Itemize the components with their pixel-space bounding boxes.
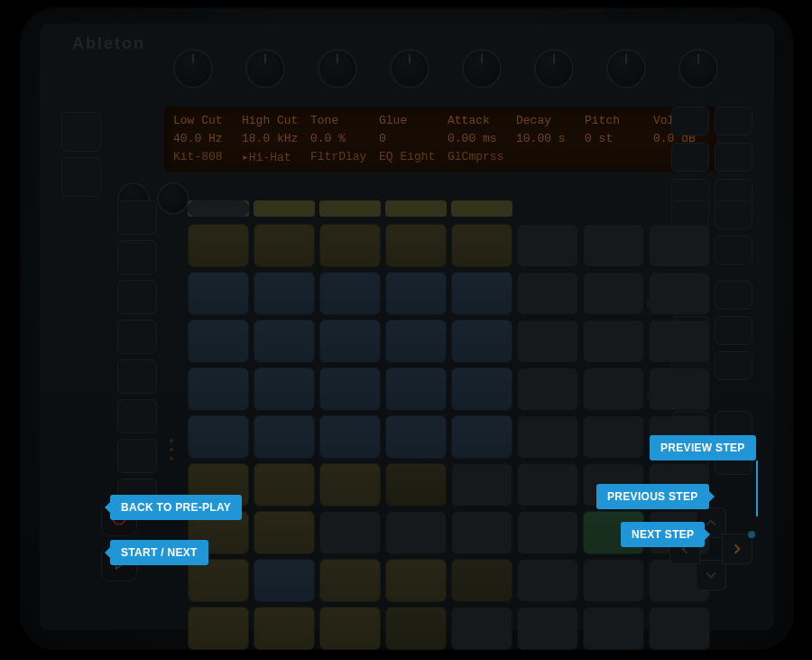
pad-1-8[interactable]	[649, 224, 710, 267]
encoder-8[interactable]	[678, 49, 718, 88]
pad-9-8[interactable]	[649, 607, 710, 650]
pad-4-7[interactable]	[583, 367, 644, 411]
pad-5-1[interactable]	[188, 415, 249, 459]
solo-button[interactable]	[715, 236, 752, 265]
pad-8-1[interactable]	[188, 559, 249, 602]
pad-7-6[interactable]	[517, 511, 578, 554]
pad-8-2[interactable]	[254, 559, 315, 602]
track-select-2[interactable]	[254, 200, 315, 217]
pad-3-6[interactable]	[517, 320, 578, 363]
pad-1-7[interactable]	[583, 224, 644, 267]
encoder-7[interactable]	[606, 49, 646, 88]
pad-8-6[interactable]	[517, 559, 578, 602]
pad-9-2[interactable]	[254, 607, 315, 650]
encoder-4[interactable]	[390, 49, 429, 88]
pad-8-7[interactable]	[583, 559, 644, 602]
pad-7-3[interactable]	[319, 511, 381, 554]
pad-2-7[interactable]	[583, 272, 644, 315]
track-select-4[interactable]	[385, 200, 447, 217]
pad-6-4[interactable]	[385, 463, 447, 507]
callout-previous-step: PREVIOUS STEP	[596, 484, 709, 509]
pad-3-3[interactable]	[319, 320, 381, 363]
pad-8-3[interactable]	[319, 559, 381, 602]
pad-6-6[interactable]	[517, 463, 578, 507]
accent-button[interactable]	[715, 316, 752, 345]
duplicate-button[interactable]	[117, 439, 157, 473]
pad-2-1[interactable]	[188, 272, 249, 315]
user-button[interactable]	[715, 281, 752, 310]
encoder-6[interactable]	[534, 49, 574, 88]
pad-1-6[interactable]	[517, 224, 578, 267]
pad-9-6[interactable]	[517, 607, 578, 650]
pad-4-6[interactable]	[517, 367, 578, 411]
pad-6-2[interactable]	[254, 463, 315, 507]
pad-2-8[interactable]	[649, 272, 710, 315]
encoder-3[interactable]	[318, 49, 357, 88]
pad-1-2[interactable]	[254, 224, 315, 267]
pan-send-button[interactable]	[715, 107, 752, 135]
pad-5-7[interactable]	[583, 415, 644, 459]
encoder-2[interactable]	[245, 49, 285, 88]
pad-4-2[interactable]	[254, 367, 315, 411]
encoder-1[interactable]	[173, 49, 213, 88]
pad-3-2[interactable]	[254, 320, 315, 363]
pad-7-5[interactable]	[451, 511, 512, 554]
quantize-button[interactable]	[117, 320, 157, 354]
pad-4-4[interactable]	[385, 367, 447, 411]
pad-2-2[interactable]	[254, 272, 315, 315]
pad-1-5[interactable]	[451, 224, 512, 267]
undo-button[interactable]	[117, 200, 157, 235]
pad-5-3[interactable]	[319, 415, 381, 459]
pad-7-2[interactable]	[254, 511, 315, 554]
pad-4-5[interactable]	[451, 367, 512, 411]
pad-3-7[interactable]	[583, 320, 644, 363]
pad-4-1[interactable]	[188, 367, 249, 411]
track-select-3[interactable]	[319, 200, 381, 217]
pad-5-2[interactable]	[254, 415, 315, 459]
pad-8-4[interactable]	[385, 559, 447, 602]
pad-2-4[interactable]	[385, 272, 447, 315]
clip-button[interactable]	[715, 143, 752, 172]
pad-3-4[interactable]	[385, 320, 447, 363]
pad-9-3[interactable]	[319, 607, 381, 650]
volume-button[interactable]	[671, 107, 709, 135]
pad-7-4[interactable]	[385, 511, 447, 554]
pad-6-5[interactable]	[451, 463, 512, 507]
encoder-5[interactable]	[462, 49, 502, 88]
delete-button[interactable]	[117, 240, 157, 274]
pad-9-4[interactable]	[385, 607, 447, 650]
pad-5-5[interactable]	[451, 415, 512, 459]
pad-5-6[interactable]	[517, 415, 578, 459]
tempo-encoder[interactable]	[157, 182, 189, 215]
pad-9-5[interactable]	[451, 607, 512, 650]
pad-1-1[interactable]	[188, 224, 249, 267]
track-select-1[interactable]	[188, 200, 249, 217]
automation-button[interactable]	[117, 399, 157, 433]
pad-4-8[interactable]	[649, 367, 710, 411]
pad-3-5[interactable]	[451, 320, 512, 363]
double-button[interactable]	[117, 280, 157, 314]
pad-1-4[interactable]	[385, 224, 447, 267]
pad-3-1[interactable]	[188, 320, 249, 363]
pad-3-8[interactable]	[649, 320, 710, 363]
pad-5-4[interactable]	[385, 415, 447, 459]
tap-tempo-button[interactable]	[61, 112, 101, 152]
out-button[interactable]	[715, 200, 752, 229]
track-select-5[interactable]	[451, 200, 512, 217]
octave-up-button[interactable]	[715, 351, 752, 380]
pad-6-3[interactable]	[319, 463, 381, 507]
callout-start-next: START / NEXT	[110, 540, 208, 565]
pad-2-5[interactable]	[451, 272, 512, 315]
nav-right-button[interactable]	[722, 534, 752, 564]
track-button[interactable]	[671, 143, 709, 172]
pad-2-6[interactable]	[517, 272, 578, 315]
pad-1-3[interactable]	[319, 224, 381, 267]
pad-2-3[interactable]	[319, 272, 381, 315]
pad-9-7[interactable]	[583, 607, 644, 650]
pad-9-1[interactable]	[188, 607, 249, 650]
fixed-length-button[interactable]	[117, 359, 157, 394]
pad-4-3[interactable]	[319, 367, 381, 411]
nav-down-button[interactable]	[696, 560, 726, 590]
metronome-button[interactable]	[61, 157, 101, 197]
pad-8-5[interactable]	[451, 559, 512, 602]
